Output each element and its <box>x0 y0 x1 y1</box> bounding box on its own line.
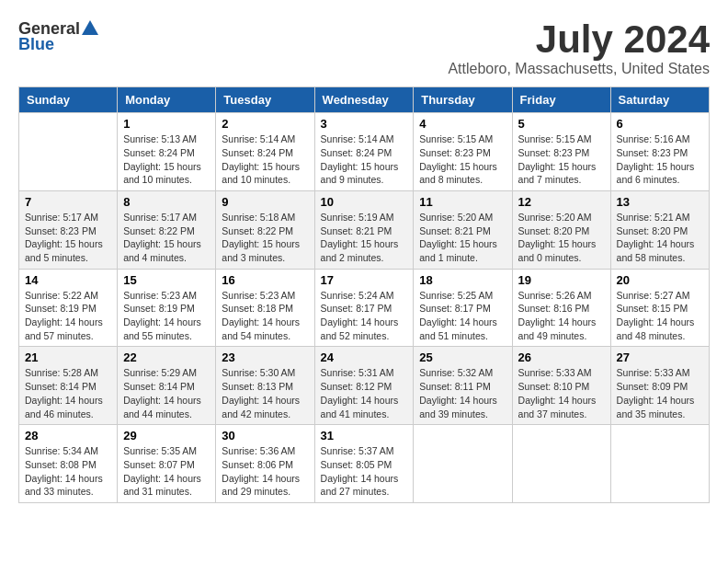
calendar-cell: 19Sunrise: 5:26 AMSunset: 8:16 PMDayligh… <box>512 269 610 347</box>
calendar-header-row: SundayMondayTuesdayWednesdayThursdayFrid… <box>19 87 710 113</box>
cell-sun-info: Sunrise: 5:23 AMSunset: 8:18 PMDaylight:… <box>222 289 308 343</box>
calendar-cell: 10Sunrise: 5:19 AMSunset: 8:21 PMDayligh… <box>314 190 414 269</box>
cell-sun-info: Sunrise: 5:18 AMSunset: 8:22 PMDaylight:… <box>222 211 308 265</box>
calendar-cell: 31Sunrise: 5:37 AMSunset: 8:05 PMDayligh… <box>314 425 414 503</box>
cell-sun-info: Sunrise: 5:17 AMSunset: 8:23 PMDaylight:… <box>25 211 111 265</box>
day-number: 20 <box>617 273 703 287</box>
calendar-cell: 27Sunrise: 5:33 AMSunset: 8:09 PMDayligh… <box>610 347 709 425</box>
cell-sun-info: Sunrise: 5:21 AMSunset: 8:20 PMDaylight:… <box>617 211 703 265</box>
cell-sun-info: Sunrise: 5:17 AMSunset: 8:22 PMDaylight:… <box>123 211 210 265</box>
calendar-cell: 2Sunrise: 5:14 AMSunset: 8:24 PMDaylight… <box>216 113 314 191</box>
calendar-cell: 22Sunrise: 5:29 AMSunset: 8:14 PMDayligh… <box>118 347 216 425</box>
calendar-cell: 15Sunrise: 5:23 AMSunset: 8:19 PMDayligh… <box>118 269 216 347</box>
calendar-cell: 8Sunrise: 5:17 AMSunset: 8:22 PMDaylight… <box>118 190 216 269</box>
day-number: 21 <box>25 350 111 364</box>
day-number: 26 <box>518 350 605 364</box>
column-header-wednesday: Wednesday <box>314 87 414 113</box>
column-header-monday: Monday <box>118 87 216 113</box>
calendar-cell: 21Sunrise: 5:28 AMSunset: 8:14 PMDayligh… <box>19 347 118 425</box>
cell-sun-info: Sunrise: 5:27 AMSunset: 8:15 PMDaylight:… <box>617 289 703 343</box>
month-title: July 2024 <box>448 18 710 61</box>
calendar-week-row: 7Sunrise: 5:17 AMSunset: 8:23 PMDaylight… <box>19 190 710 269</box>
day-number: 10 <box>321 195 408 209</box>
cell-sun-info: Sunrise: 5:13 AMSunset: 8:24 PMDaylight:… <box>123 132 210 187</box>
cell-sun-info: Sunrise: 5:15 AMSunset: 8:23 PMDaylight:… <box>419 132 506 187</box>
day-number: 13 <box>617 195 703 209</box>
day-number: 25 <box>419 350 506 364</box>
cell-sun-info: Sunrise: 5:24 AMSunset: 8:17 PMDaylight:… <box>321 289 408 343</box>
calendar-cell: 12Sunrise: 5:20 AMSunset: 8:20 PMDayligh… <box>512 190 610 269</box>
svg-marker-0 <box>82 20 98 35</box>
day-number: 3 <box>321 117 408 131</box>
cell-sun-info: Sunrise: 5:37 AMSunset: 8:05 PMDaylight:… <box>321 444 408 499</box>
day-number: 9 <box>222 195 308 209</box>
cell-sun-info: Sunrise: 5:36 AMSunset: 8:06 PMDaylight:… <box>222 444 308 499</box>
column-header-friday: Friday <box>512 87 610 113</box>
day-number: 12 <box>518 195 605 209</box>
calendar-cell: 7Sunrise: 5:17 AMSunset: 8:23 PMDaylight… <box>19 190 118 269</box>
cell-sun-info: Sunrise: 5:26 AMSunset: 8:16 PMDaylight:… <box>518 289 605 343</box>
cell-sun-info: Sunrise: 5:14 AMSunset: 8:24 PMDaylight:… <box>321 132 408 187</box>
cell-sun-info: Sunrise: 5:19 AMSunset: 8:21 PMDaylight:… <box>321 211 408 265</box>
calendar-cell: 5Sunrise: 5:15 AMSunset: 8:23 PMDaylight… <box>512 113 610 191</box>
cell-sun-info: Sunrise: 5:25 AMSunset: 8:17 PMDaylight:… <box>419 289 506 343</box>
day-number: 8 <box>123 195 210 209</box>
cell-sun-info: Sunrise: 5:33 AMSunset: 8:09 PMDaylight:… <box>617 366 703 420</box>
cell-sun-info: Sunrise: 5:16 AMSunset: 8:23 PMDaylight:… <box>617 132 703 187</box>
day-number: 15 <box>123 273 210 287</box>
cell-sun-info: Sunrise: 5:34 AMSunset: 8:08 PMDaylight:… <box>25 444 111 499</box>
cell-sun-info: Sunrise: 5:20 AMSunset: 8:21 PMDaylight:… <box>419 211 506 265</box>
calendar-cell: 18Sunrise: 5:25 AMSunset: 8:17 PMDayligh… <box>414 269 512 347</box>
day-number: 28 <box>25 429 111 442</box>
calendar-cell: 1Sunrise: 5:13 AMSunset: 8:24 PMDaylight… <box>118 113 216 191</box>
day-number: 31 <box>321 429 408 442</box>
calendar-cell <box>414 425 512 503</box>
calendar-cell: 25Sunrise: 5:32 AMSunset: 8:11 PMDayligh… <box>414 347 512 425</box>
logo: General Blue <box>18 18 100 54</box>
day-number: 16 <box>222 273 308 287</box>
calendar-cell: 14Sunrise: 5:22 AMSunset: 8:19 PMDayligh… <box>19 269 118 347</box>
column-header-sunday: Sunday <box>19 87 118 113</box>
cell-sun-info: Sunrise: 5:35 AMSunset: 8:07 PMDaylight:… <box>123 444 210 499</box>
cell-sun-info: Sunrise: 5:31 AMSunset: 8:12 PMDaylight:… <box>321 366 408 420</box>
column-header-saturday: Saturday <box>610 87 709 113</box>
cell-sun-info: Sunrise: 5:29 AMSunset: 8:14 PMDaylight:… <box>123 366 210 420</box>
page-header: General Blue July 2024 Attleboro, Massac… <box>18 18 710 77</box>
day-number: 29 <box>123 429 210 442</box>
calendar-cell <box>610 425 709 503</box>
day-number: 27 <box>617 350 703 364</box>
day-number: 14 <box>25 273 111 287</box>
day-number: 6 <box>617 117 703 131</box>
calendar-cell: 29Sunrise: 5:35 AMSunset: 8:07 PMDayligh… <box>118 425 216 503</box>
calendar-cell: 20Sunrise: 5:27 AMSunset: 8:15 PMDayligh… <box>610 269 709 347</box>
day-number: 22 <box>123 350 210 364</box>
cell-sun-info: Sunrise: 5:30 AMSunset: 8:13 PMDaylight:… <box>222 366 308 420</box>
calendar-cell: 3Sunrise: 5:14 AMSunset: 8:24 PMDaylight… <box>314 113 414 191</box>
title-area: July 2024 Attleboro, Massachusetts, Unit… <box>448 18 710 77</box>
calendar-cell: 6Sunrise: 5:16 AMSunset: 8:23 PMDaylight… <box>610 113 709 191</box>
column-header-thursday: Thursday <box>414 87 512 113</box>
logo-icon <box>80 18 100 39</box>
calendar-cell: 30Sunrise: 5:36 AMSunset: 8:06 PMDayligh… <box>216 425 314 503</box>
calendar-cell <box>512 425 610 503</box>
column-header-tuesday: Tuesday <box>216 87 314 113</box>
calendar-week-row: 1Sunrise: 5:13 AMSunset: 8:24 PMDaylight… <box>19 113 710 191</box>
calendar-week-row: 14Sunrise: 5:22 AMSunset: 8:19 PMDayligh… <box>19 269 710 347</box>
day-number: 30 <box>222 429 308 442</box>
calendar-cell: 16Sunrise: 5:23 AMSunset: 8:18 PMDayligh… <box>216 269 314 347</box>
calendar-cell: 23Sunrise: 5:30 AMSunset: 8:13 PMDayligh… <box>216 347 314 425</box>
day-number: 11 <box>419 195 506 209</box>
day-number: 23 <box>222 350 308 364</box>
cell-sun-info: Sunrise: 5:14 AMSunset: 8:24 PMDaylight:… <box>222 132 308 187</box>
calendar-cell: 13Sunrise: 5:21 AMSunset: 8:20 PMDayligh… <box>610 190 709 269</box>
cell-sun-info: Sunrise: 5:20 AMSunset: 8:20 PMDaylight:… <box>518 211 605 265</box>
day-number: 24 <box>321 350 408 364</box>
cell-sun-info: Sunrise: 5:15 AMSunset: 8:23 PMDaylight:… <box>518 132 605 187</box>
calendar-cell <box>19 113 118 191</box>
cell-sun-info: Sunrise: 5:28 AMSunset: 8:14 PMDaylight:… <box>25 366 111 420</box>
calendar-week-row: 28Sunrise: 5:34 AMSunset: 8:08 PMDayligh… <box>19 425 710 503</box>
calendar-week-row: 21Sunrise: 5:28 AMSunset: 8:14 PMDayligh… <box>19 347 710 425</box>
day-number: 19 <box>518 273 605 287</box>
calendar-cell: 28Sunrise: 5:34 AMSunset: 8:08 PMDayligh… <box>19 425 118 503</box>
day-number: 18 <box>419 273 506 287</box>
